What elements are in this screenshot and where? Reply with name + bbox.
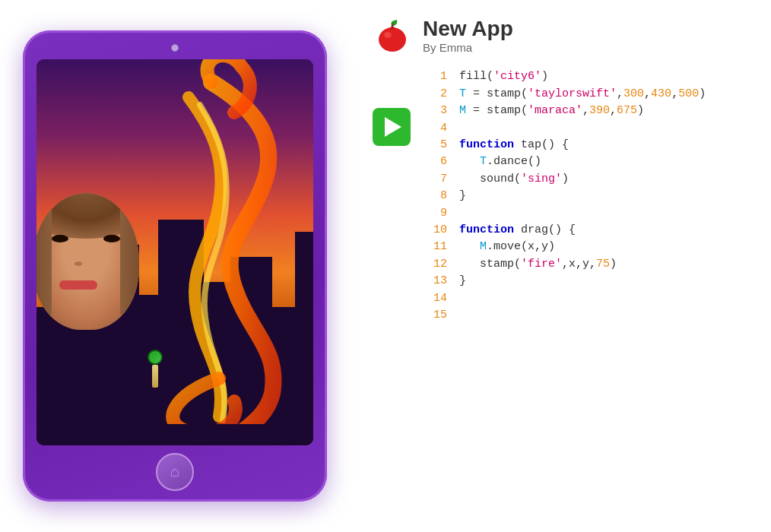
apple-icon bbox=[373, 15, 412, 55]
code-line-13: 13 } bbox=[426, 273, 748, 290]
app-author: By Emma bbox=[423, 41, 513, 54]
svg-point-0 bbox=[379, 27, 406, 52]
tablet-camera bbox=[171, 44, 179, 52]
code-line-6: 6 T.dance() bbox=[426, 154, 748, 171]
code-line-8: 8 } bbox=[426, 188, 748, 205]
svg-point-1 bbox=[384, 32, 392, 38]
code-line-12: 12 stamp('fire',x,y,75) bbox=[426, 256, 748, 274]
tablet-wrapper: ⌂ bbox=[0, 15, 350, 517]
code-line-15: 15 bbox=[426, 307, 748, 324]
app-title-block: New App By Emma bbox=[423, 16, 513, 55]
tablet-device: ⌂ bbox=[23, 30, 327, 502]
code-panel: New App By Emma 1 fill('city6') 2 T = st… bbox=[350, 0, 771, 532]
app-header: New App By Emma bbox=[373, 15, 748, 55]
code-line-3: 3 M = stamp('maraca',390,675) bbox=[426, 103, 748, 120]
svg-point-3 bbox=[390, 27, 395, 30]
tablet-top-bar bbox=[36, 44, 313, 52]
play-button[interactable] bbox=[373, 108, 411, 146]
home-icon: ⌂ bbox=[170, 464, 179, 481]
screen-content bbox=[36, 59, 313, 445]
tablet-bottom-bar: ⌂ bbox=[156, 453, 194, 491]
code-line-11: 11 M.move(x,y) bbox=[426, 239, 748, 256]
code-block: 1 fill('city6') 2 T = stamp('taylorswift… bbox=[426, 68, 748, 324]
code-line-1: 1 fill('city6') bbox=[426, 68, 748, 86]
code-line-2: 2 T = stamp('taylorswift',300,430,500) bbox=[426, 86, 748, 103]
code-line-9: 9 bbox=[426, 205, 748, 222]
taylor-swift-stamp bbox=[36, 193, 139, 330]
code-line-4: 4 bbox=[426, 120, 748, 137]
code-line-14: 14 bbox=[426, 290, 748, 307]
code-line-7: 7 sound('sing') bbox=[426, 171, 748, 188]
home-button[interactable]: ⌂ bbox=[156, 453, 194, 491]
tablet-screen[interactable] bbox=[36, 59, 313, 445]
code-area: 1 fill('city6') 2 T = stamp('taylorswift… bbox=[373, 68, 748, 324]
code-line-10: 10 function drag() { bbox=[426, 222, 748, 239]
code-line-5: 5 function tap() { bbox=[426, 137, 748, 154]
maraca-stamp bbox=[148, 350, 163, 388]
app-title: New App bbox=[423, 16, 513, 42]
play-icon bbox=[385, 117, 401, 137]
